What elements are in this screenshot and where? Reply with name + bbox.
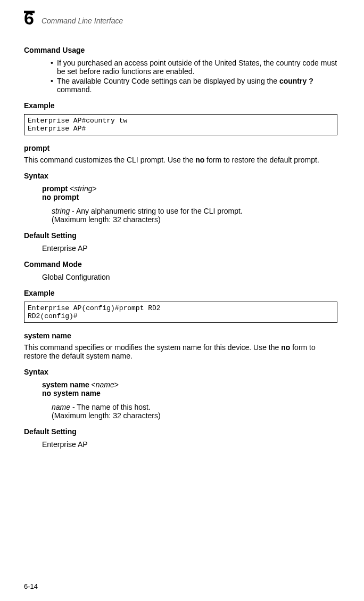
arg-desc-block-2: name - The name of this host. (Maximum l… bbox=[52, 403, 337, 420]
syntax-arg: string bbox=[74, 184, 92, 193]
syntax-block-2: system name <name> no system name bbox=[42, 380, 337, 397]
syntax-block: prompt <string> no prompt bbox=[42, 184, 337, 201]
arg-desc-line: name - The name of this host. bbox=[52, 403, 337, 411]
chapter-number: 6 bbox=[24, 8, 34, 28]
syntax-cmd: system name bbox=[42, 380, 89, 389]
syntax-arg: name bbox=[96, 380, 114, 389]
list-item-text-post: command. bbox=[57, 85, 92, 94]
page-number: 6-14 bbox=[24, 582, 38, 590]
syntax-line: system name <name> bbox=[42, 380, 337, 389]
list-item-text-bold: country ? bbox=[279, 77, 313, 85]
list-item: The available Country Code settings can … bbox=[51, 77, 337, 94]
default-setting-value: Enterprise AP bbox=[42, 244, 337, 253]
desc-bold: no bbox=[195, 156, 204, 164]
example-heading-2: Example bbox=[24, 289, 337, 297]
list-item: If you purchased an access point outside… bbox=[51, 59, 337, 76]
default-setting-value-2: Enterprise AP bbox=[42, 440, 337, 449]
list-item-text-pre: The available Country Code settings can … bbox=[57, 77, 279, 85]
default-setting-heading: Default Setting bbox=[24, 231, 337, 240]
desc-pre: This command customizes the CLI prompt. … bbox=[24, 156, 195, 164]
system-name-command-name: system name bbox=[24, 331, 337, 340]
syntax-no: no prompt bbox=[42, 193, 337, 201]
syntax-heading: Syntax bbox=[24, 172, 337, 180]
arg-desc-line: string - Any alphanumeric string to use … bbox=[52, 207, 337, 215]
arg-note: (Maximum length: 32 characters) bbox=[52, 215, 337, 224]
chapter-number-box: 6 bbox=[24, 11, 42, 31]
desc-pre: This command specifies or modifies the s… bbox=[24, 343, 281, 352]
arg-name: string bbox=[52, 207, 70, 215]
page-header: 6 Command Line Interface bbox=[24, 11, 337, 31]
arg-name: name bbox=[52, 403, 70, 411]
prompt-command-name: prompt bbox=[24, 144, 337, 152]
syntax-no: no system name bbox=[42, 389, 337, 397]
system-name-description: This command specifies or modifies the s… bbox=[24, 343, 337, 360]
arg-desc-block: string - Any alphanumeric string to use … bbox=[52, 207, 337, 224]
prompt-description: This command customizes the CLI prompt. … bbox=[24, 156, 337, 164]
example-code-block-2: Enterprise AP(config)#prompt RD2 RD2(con… bbox=[24, 302, 337, 323]
list-item-text: If you purchased an access point outside… bbox=[57, 59, 337, 76]
arg-desc: - Any alphanumeric string to use for the… bbox=[70, 207, 243, 215]
arg-desc: - The name of this host. bbox=[70, 403, 151, 411]
command-usage-heading: Command Usage bbox=[24, 46, 337, 54]
syntax-line: prompt <string> bbox=[42, 184, 337, 193]
command-mode-value: Global Configuration bbox=[42, 273, 337, 281]
syntax-cmd: prompt bbox=[42, 184, 68, 193]
example-code-block: Enterprise AP#country tw Enterprise AP# bbox=[24, 114, 337, 135]
arg-note: (Maximum length: 32 characters) bbox=[52, 411, 337, 420]
chapter-title: Command Line Interface bbox=[42, 17, 123, 25]
example-heading: Example bbox=[24, 101, 337, 110]
command-usage-list: If you purchased an access point outside… bbox=[24, 59, 337, 94]
default-setting-heading-2: Default Setting bbox=[24, 427, 337, 436]
syntax-heading-2: Syntax bbox=[24, 368, 337, 376]
desc-bold: no bbox=[281, 343, 290, 352]
desc-post: form to restore the default prompt. bbox=[204, 156, 319, 164]
command-mode-heading: Command Mode bbox=[24, 260, 337, 269]
